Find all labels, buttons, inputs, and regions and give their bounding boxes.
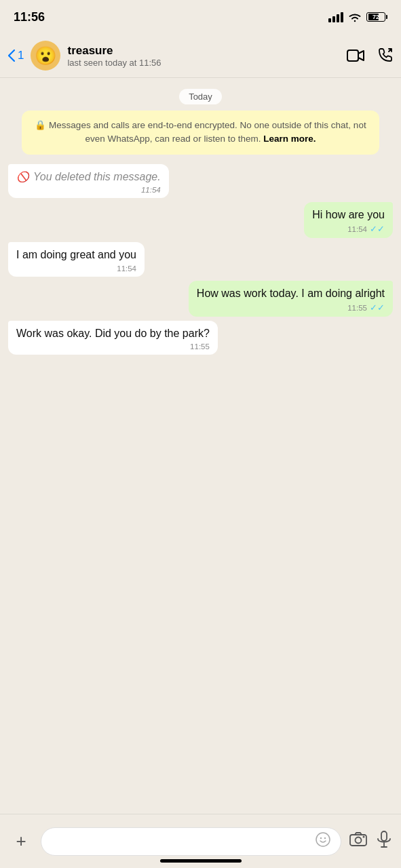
video-call-icon[interactable] [347, 48, 364, 63]
camera-button[interactable] [349, 832, 367, 851]
back-label: 1 [18, 49, 24, 62]
message-time: 11:54 [141, 186, 161, 194]
message-bubble: Hi how are you 11:54 ✓✓ [304, 202, 393, 238]
read-receipt-icon: ✓✓ [370, 302, 385, 313]
learn-more-link[interactable]: Learn more. [263, 134, 316, 144]
svg-point-7 [324, 837, 326, 838]
date-label: Today [8, 90, 393, 102]
message-time: 11:54 [117, 264, 136, 273]
message-text: How was work today. I am doing alright [197, 286, 385, 301]
message-row: I am doing great and you 11:54 [8, 242, 393, 276]
chat-header: 1 😮 treasure last seen today at 11:56 [0, 34, 401, 78]
message-input[interactable] [51, 835, 315, 848]
avatar[interactable]: 😮 [31, 41, 60, 71]
message-meta: 11:55 [16, 342, 210, 351]
message-time: 11:54 [347, 225, 367, 233]
svg-rect-11 [381, 831, 387, 841]
message-bubble: I am doing great and you 11:54 [8, 242, 145, 276]
phone-icon[interactable] [377, 47, 393, 64]
svg-point-10 [363, 835, 365, 837]
message-bubble: 🚫 You deleted this message. 11:54 [8, 164, 169, 198]
svg-rect-5 [316, 833, 330, 846]
message-time: 11:55 [347, 304, 367, 312]
message-bubble: How was work today. I am doing alright 1… [189, 281, 393, 317]
message-text: 🚫 You deleted this message. [16, 170, 161, 184]
svg-rect-4 [347, 50, 358, 61]
message-time: 11:55 [190, 342, 210, 351]
status-bar: 11:56 72 [0, 0, 401, 34]
home-indicator [160, 859, 242, 863]
message-meta: 11:54 [16, 264, 136, 273]
message-text: Work was okay. Did you do by the park? [16, 326, 210, 341]
message-text: Hi how are you [312, 208, 385, 222]
message-row: Work was okay. Did you do by the park? 1… [8, 321, 393, 355]
status-time: 11:56 [14, 10, 45, 24]
svg-rect-3 [341, 12, 343, 22]
message-meta: 11:54 [16, 186, 161, 194]
mic-button[interactable] [377, 831, 392, 852]
message-bubble: Work was okay. Did you do by the park? 1… [8, 321, 218, 355]
chat-area: Today 🔒 Messages and calls are end-to-en… [0, 78, 401, 814]
status-icons: 72 [328, 9, 387, 24]
contact-info[interactable]: treasure last seen today at 11:56 [67, 44, 340, 68]
input-right-icons [349, 831, 392, 852]
wifi-icon [347, 9, 362, 24]
svg-rect-1 [332, 16, 335, 22]
svg-rect-2 [337, 14, 339, 22]
svg-point-6 [320, 837, 322, 838]
message-meta: 11:54 ✓✓ [312, 224, 385, 234]
battery-icon: 72 [366, 12, 387, 22]
message-input-wrap [41, 827, 341, 856]
sticker-button[interactable] [315, 831, 331, 852]
message-row: Hi how are you 11:54 ✓✓ [8, 202, 393, 238]
header-actions [347, 47, 393, 64]
svg-rect-0 [328, 18, 331, 22]
add-attachment-button[interactable]: + [9, 830, 33, 853]
message-text: I am doing great and you [16, 248, 136, 262]
encryption-notice: 🔒 Messages and calls are end-to-end encr… [22, 111, 379, 155]
svg-point-9 [356, 837, 362, 843]
read-receipt-icon: ✓✓ [370, 224, 385, 234]
message-meta: 11:55 ✓✓ [197, 302, 385, 313]
message-row: 🚫 You deleted this message. 11:54 [8, 164, 393, 198]
contact-status: last seen today at 11:56 [67, 58, 340, 68]
contact-name: treasure [67, 44, 340, 58]
message-row: How was work today. I am doing alright 1… [8, 281, 393, 317]
signal-icon [328, 9, 343, 24]
back-button[interactable]: 1 [8, 49, 24, 62]
